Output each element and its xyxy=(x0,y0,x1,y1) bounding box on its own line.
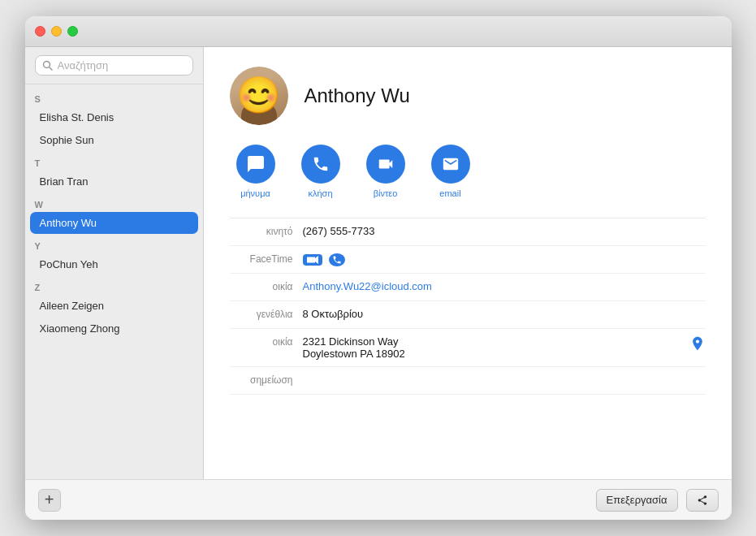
field-row-phone: κινητό (267) 555-7733 xyxy=(230,218,706,246)
contact-list: S Elisha St. Denis Sophie Sun T Brian Tr… xyxy=(25,84,203,479)
facetime-phone-icon[interactable] xyxy=(329,253,345,266)
contact-item[interactable]: Brian Tran xyxy=(30,171,198,192)
traffic-lights xyxy=(35,26,78,37)
field-label-address: οικία xyxy=(230,335,303,348)
svg-line-1 xyxy=(49,67,51,70)
minimize-button[interactable] xyxy=(51,26,62,37)
field-value-email[interactable]: Anthony.Wu22@icloud.com xyxy=(303,280,706,292)
bottom-bar: + Επεξεργασία xyxy=(25,479,732,520)
field-value-phone[interactable]: (267) 555-7733 xyxy=(303,225,706,237)
address-field-value: 2321 Dickinson WayDoylestown PA 18902 xyxy=(303,335,706,360)
field-label-note: σημείωση xyxy=(230,374,303,386)
search-bar xyxy=(25,47,203,84)
facetime-phone-svg xyxy=(332,255,342,265)
search-wrapper xyxy=(35,55,193,76)
avatar-face xyxy=(230,67,288,125)
section-header-z: Z xyxy=(25,276,203,294)
contact-item[interactable]: Aileen Zeigen xyxy=(30,295,198,317)
section-header-y: Y xyxy=(25,235,203,253)
sidebar: S Elisha St. Denis Sophie Sun T Brian Tr… xyxy=(25,47,204,479)
call-icon-circle xyxy=(301,145,340,184)
contact-item-selected[interactable]: Anthony Wu xyxy=(30,212,198,234)
edit-button[interactable]: Επεξεργασία xyxy=(596,489,678,512)
field-label-phone: κινητό xyxy=(230,225,303,237)
field-value-birthday: 8 Οκτωβρίου xyxy=(303,308,706,320)
field-row-address: οικία 2321 Dickinson WayDoylestown PA 18… xyxy=(230,329,706,367)
email-button[interactable]: email xyxy=(431,145,470,198)
facetime-icons xyxy=(303,253,706,266)
email-icon-circle xyxy=(431,145,470,184)
video-icon xyxy=(377,155,395,173)
call-button[interactable]: κλήση xyxy=(301,145,340,198)
search-icon xyxy=(42,60,53,71)
contact-item[interactable]: Xiaomeng Zhong xyxy=(30,318,198,339)
contact-header: Anthony Wu xyxy=(230,67,706,125)
map-pin-svg xyxy=(689,335,706,352)
field-label-facetime: FaceTime xyxy=(230,253,303,265)
field-row-birthday: γενέθλια 8 Οκτωβρίου xyxy=(230,301,706,329)
video-icon-circle xyxy=(366,145,405,184)
fields-section: κινητό (267) 555-7733 FaceTime xyxy=(230,218,706,466)
field-row-facetime: FaceTime xyxy=(230,246,706,274)
field-row-note: σημείωση xyxy=(230,367,706,395)
field-value-address[interactable]: 2321 Dickinson WayDoylestown PA 18902 xyxy=(303,335,683,360)
field-label-email: οικία xyxy=(230,280,303,292)
message-label: μήνυμα xyxy=(240,188,270,198)
add-contact-button[interactable]: + xyxy=(38,489,61,512)
contact-name: Anthony Wu xyxy=(305,84,410,107)
message-icon xyxy=(246,154,266,174)
contact-item[interactable]: Elisha St. Denis xyxy=(30,106,198,128)
maximize-button[interactable] xyxy=(67,26,78,37)
message-button[interactable]: μήνυμα xyxy=(236,145,275,198)
video-button[interactable]: βίντεο xyxy=(366,145,405,198)
search-input[interactable] xyxy=(58,59,186,71)
email-icon xyxy=(442,155,460,173)
contact-item[interactable]: PoChun Yeh xyxy=(30,253,198,275)
action-buttons: μήνυμα κλήση βίν xyxy=(230,145,706,198)
title-bar xyxy=(25,16,732,47)
video-label: βίντεο xyxy=(374,188,398,198)
email-label: email xyxy=(439,188,460,198)
field-value-facetime xyxy=(303,253,706,266)
avatar xyxy=(230,67,288,125)
section-header-s: S xyxy=(25,88,203,106)
share-icon xyxy=(697,495,708,506)
close-button[interactable] xyxy=(35,26,45,37)
map-pin-icon[interactable] xyxy=(689,335,706,356)
call-icon xyxy=(312,155,330,173)
edit-label: Επεξεργασία xyxy=(607,494,667,506)
contacts-window: S Elisha St. Denis Sophie Sun T Brian Tr… xyxy=(25,16,732,520)
share-button[interactable] xyxy=(686,489,719,512)
field-row-email: οικία Anthony.Wu22@icloud.com xyxy=(230,274,706,301)
detail-panel: Anthony Wu μήνυμα xyxy=(204,47,732,479)
facetime-video-svg xyxy=(307,256,318,264)
facetime-video-icon[interactable] xyxy=(303,254,322,266)
call-label: κλήση xyxy=(308,188,332,198)
section-header-w: W xyxy=(25,193,203,211)
bottom-bar-right: Επεξεργασία xyxy=(596,489,719,512)
section-header-t: T xyxy=(25,152,203,170)
bottom-bar-left: + xyxy=(38,489,61,512)
message-icon-circle xyxy=(236,145,275,184)
contact-item[interactable]: Sophie Sun xyxy=(30,129,198,151)
main-content: S Elisha St. Denis Sophie Sun T Brian Tr… xyxy=(25,47,732,479)
field-label-birthday: γενέθλια xyxy=(230,308,303,320)
